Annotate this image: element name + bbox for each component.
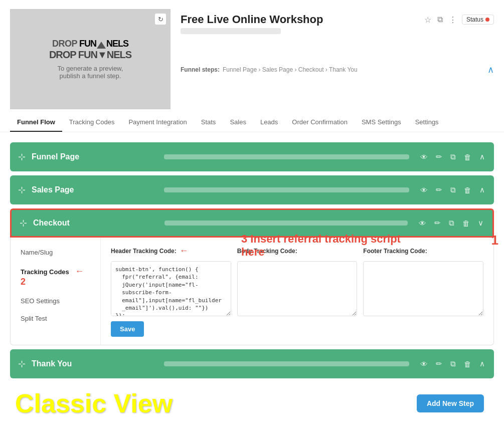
step-icon: ⊹ <box>18 358 26 369</box>
status-dot <box>485 18 489 22</box>
collapse-step-button[interactable]: ∧ <box>478 151 486 162</box>
tab-payment-integration[interactable]: Payment Integration <box>121 113 194 132</box>
expand-step-button[interactable]: ∨ <box>477 217 484 229</box>
step-sales-page: ⊹ Sales Page 👁 ✏ ⧉ 🗑 ∧ <box>10 175 494 204</box>
copy-button[interactable]: ⧉ <box>449 184 457 195</box>
tracking-content: 3 Insert referral tracking scripthere 1 … <box>101 238 493 345</box>
collapse-step-button[interactable]: ∧ <box>478 358 486 369</box>
tracking-fields: submit-btn', function() { fpr("referral"… <box>111 261 483 316</box>
funnel-steps: Funnel steps: Funnel Page › Sales Page ›… <box>181 64 494 75</box>
star-button[interactable]: ☆ <box>423 14 432 26</box>
delete-button[interactable]: 🗑 <box>461 218 471 229</box>
step-icon: ⊹ <box>20 217 27 229</box>
save-button[interactable]: Save <box>111 321 144 337</box>
copy-button[interactable]: ⧉ <box>449 151 457 162</box>
collapse-button[interactable]: ∧ <box>487 64 494 75</box>
copy-button[interactable]: ⧉ <box>449 358 457 369</box>
subnav-seo-settings[interactable]: SEO Settings <box>11 292 100 310</box>
delete-button[interactable]: 🗑 <box>463 152 472 162</box>
logo-text: DROP FUN▼NELS <box>49 49 131 61</box>
copy-button[interactable]: ⧉ <box>448 217 455 229</box>
body-tracking-input[interactable] <box>237 261 358 316</box>
tab-stats[interactable]: Stats <box>194 113 223 132</box>
step-thank-you: ⊹ Thank You 👁 ✏ ⧉ 🗑 ∧ <box>10 349 494 378</box>
step-icon: ⊹ <box>18 151 26 162</box>
refresh-button[interactable]: ↻ <box>155 14 166 25</box>
arrow-annotation: ← <box>180 246 189 256</box>
tab-leads[interactable]: Leads <box>253 113 285 132</box>
preview-text: To generate a preview, publish a funnel … <box>58 65 123 80</box>
step-name: Thank You <box>32 359 154 368</box>
tabs-bar: Funnel Flow Tracking Codes Payment Integ… <box>0 113 504 132</box>
step-name: Funnel Page <box>32 152 154 161</box>
add-new-step-button[interactable]: Add New Step <box>417 394 484 412</box>
page-title: Free Live Online Workshop <box>181 13 323 26</box>
tab-tracking-codes[interactable]: Tracking Codes <box>62 113 122 132</box>
edit-button[interactable]: ✏ <box>435 184 443 195</box>
more-button[interactable]: ⋮ <box>448 14 458 26</box>
edit-button[interactable]: ✏ <box>433 217 442 229</box>
preview-box: ↻ DROP FUNNELS DROP FUN▼NELS To generate… <box>10 9 171 109</box>
view-button[interactable]: 👁 <box>419 359 429 369</box>
step-url-bar <box>164 361 409 366</box>
step-url-bar <box>164 187 409 192</box>
edit-button[interactable]: ✏ <box>435 358 443 369</box>
step-name: Sales Page <box>32 185 154 194</box>
classic-view-label: Classic View <box>15 388 173 418</box>
step-icon: ⊹ <box>18 184 26 195</box>
funnel-url <box>181 28 281 34</box>
subnav-name-slug[interactable]: Name/Slug <box>11 244 100 261</box>
step-sub-nav: Name/Slug Tracking Codes ← 2 SEO Setting… <box>11 238 101 345</box>
step-url-bar <box>164 154 409 159</box>
view-button[interactable]: 👁 <box>418 218 427 229</box>
annotation-1: 1 <box>491 233 498 248</box>
view-button[interactable]: 👁 <box>419 152 429 162</box>
collapse-step-button[interactable]: ∧ <box>478 184 486 195</box>
tab-order-confirmation[interactable]: Order Confirmation <box>285 113 355 132</box>
tab-settings[interactable]: Settings <box>408 113 446 132</box>
step-name: Checkout <box>33 218 154 228</box>
step-funnel-page: ⊹ Funnel Page 👁 ✏ ⧉ 🗑 ∧ <box>10 142 494 171</box>
subnav-split-test[interactable]: Split Test <box>11 310 100 327</box>
footer-tracking-input[interactable] <box>363 261 483 316</box>
checkout-subpanel: Name/Slug Tracking Codes ← 2 SEO Setting… <box>10 238 494 345</box>
header-tracking-input[interactable]: submit-btn', function() { fpr("referral"… <box>111 261 231 316</box>
tab-sms-settings[interactable]: SMS Settings <box>355 113 408 132</box>
annotation-3: 3 Insert referral tracking scripthere <box>241 233 401 259</box>
delete-button[interactable]: 🗑 <box>463 185 472 195</box>
subnav-tracking-codes[interactable]: Tracking Codes ← 2 <box>11 261 100 292</box>
logo: DROP FUNNELS <box>52 39 128 49</box>
status-badge[interactable]: Status <box>462 15 494 25</box>
step-url-bar <box>164 221 408 226</box>
view-button[interactable]: 👁 <box>419 185 429 195</box>
footer-area: Classic View Add New Step <box>10 383 494 423</box>
delete-button[interactable]: 🗑 <box>463 359 472 369</box>
edit-button[interactable]: ✏ <box>435 151 443 162</box>
clone-button[interactable]: ⧉ <box>436 14 444 25</box>
header-tracking-label: Header Tracking Code: ← <box>111 246 231 256</box>
tab-funnel-flow[interactable]: Funnel Flow <box>10 113 62 132</box>
tab-sales[interactable]: Sales <box>223 113 253 132</box>
